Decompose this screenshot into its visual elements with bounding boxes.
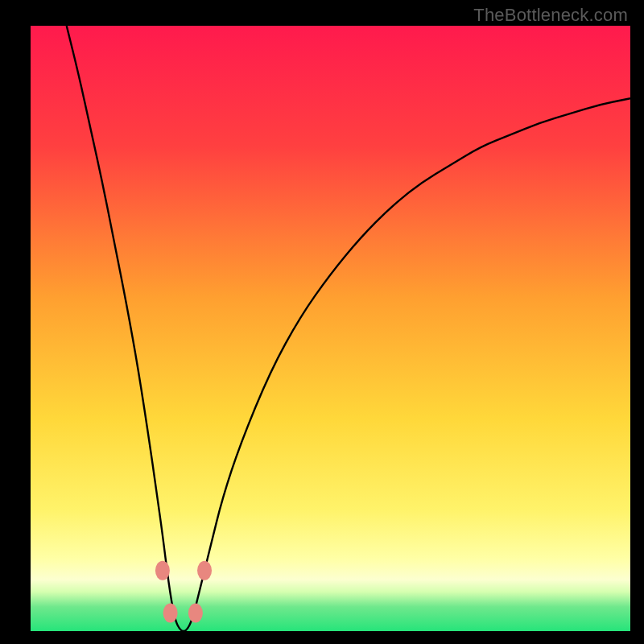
background-gradient [31, 26, 630, 631]
watermark-text: TheBottleneck.com [473, 5, 628, 26]
plot-frame [31, 26, 630, 631]
svg-rect-0 [31, 26, 630, 631]
